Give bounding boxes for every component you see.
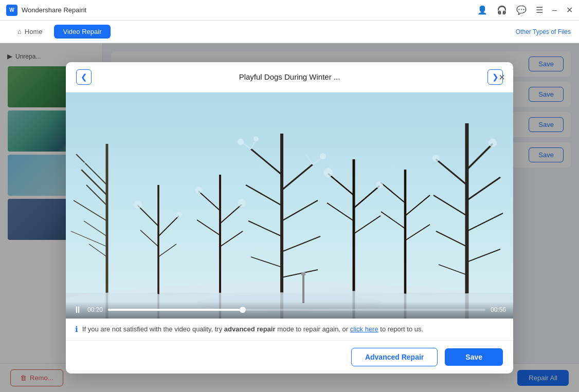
navbar: ⌂ Home Video Repair Other Types of Files <box>0 21 579 43</box>
svg-point-66 <box>320 153 326 159</box>
chevron-left-icon: ❮ <box>81 72 87 82</box>
video-frame <box>66 92 513 319</box>
modal-title: Playful Dogs During Winter ... <box>101 72 478 81</box>
preview-modal: ❮ Playful Dogs During Winter ... ❯ × <box>66 62 513 374</box>
chevron-right-icon: ❯ <box>492 72 499 82</box>
modal-header: ❮ Playful Dogs During Winter ... ❯ × <box>66 62 513 92</box>
titlebar: W Wondershare Repairit 👤 🎧 💬 ☰ – ✕ <box>0 0 579 21</box>
svg-point-65 <box>254 136 259 141</box>
info-icon: ℹ <box>75 325 78 334</box>
app-close-icon[interactable]: ✕ <box>566 5 573 15</box>
pause-icon: ⏸ <box>73 305 82 315</box>
svg-point-62 <box>323 168 333 177</box>
video-player[interactable]: ⏸ 00:20 00:56 <box>66 92 513 319</box>
svg-rect-69 <box>302 275 304 303</box>
svg-rect-70 <box>301 272 305 275</box>
minimize-icon[interactable]: – <box>552 6 557 15</box>
svg-point-58 <box>134 200 142 209</box>
modal-close-button[interactable]: × <box>499 72 505 82</box>
advanced-repair-button[interactable]: Advanced Repair <box>351 348 438 366</box>
prev-button[interactable]: ❮ <box>76 69 92 85</box>
current-time: 00:20 <box>87 306 103 313</box>
svg-point-64 <box>238 139 244 145</box>
svg-point-63 <box>376 181 383 189</box>
play-pause-button[interactable]: ⏸ <box>73 305 82 314</box>
chat-icon[interactable]: 💬 <box>516 5 527 15</box>
person-icon[interactable]: 👤 <box>477 5 487 15</box>
window-controls: 👤 🎧 💬 ☰ – ✕ <box>477 5 573 15</box>
modal-overlay: ❮ Playful Dogs During Winter ... ❯ × <box>0 43 579 392</box>
other-types-link[interactable]: Other Types of Files <box>516 28 571 35</box>
svg-point-60 <box>195 186 202 194</box>
info-bar: ℹ If you are not satisfied with the vide… <box>66 319 513 341</box>
app-logo: W <box>6 5 17 16</box>
progress-bar[interactable] <box>108 309 485 311</box>
total-time: 00:56 <box>491 306 506 313</box>
progress-thumb[interactable] <box>240 307 246 313</box>
svg-point-59 <box>176 212 182 218</box>
svg-point-67 <box>488 139 497 147</box>
tab-home[interactable]: ⌂ Home <box>8 25 52 39</box>
progress-fill <box>108 309 243 311</box>
svg-point-61 <box>238 199 246 207</box>
svg-point-68 <box>432 155 440 162</box>
menu-icon[interactable]: ☰ <box>536 5 543 15</box>
app-title: Wondershare Repairit <box>22 6 477 14</box>
main-area: ▶ Unrepa... Save Save Save Save 🗑 Remo..… <box>0 43 579 392</box>
modal-footer: Advanced Repair Save <box>66 341 513 374</box>
headphone-icon[interactable]: 🎧 <box>497 5 507 15</box>
tab-video-repair[interactable]: Video Repair <box>54 25 111 39</box>
save-modal-button[interactable]: Save <box>445 348 503 366</box>
home-icon: ⌂ <box>17 28 22 35</box>
click-here-link[interactable]: click here <box>350 325 378 333</box>
info-message: If you are not satisfied with the video … <box>82 325 423 333</box>
video-controls: ⏸ 00:20 00:56 <box>66 301 513 319</box>
